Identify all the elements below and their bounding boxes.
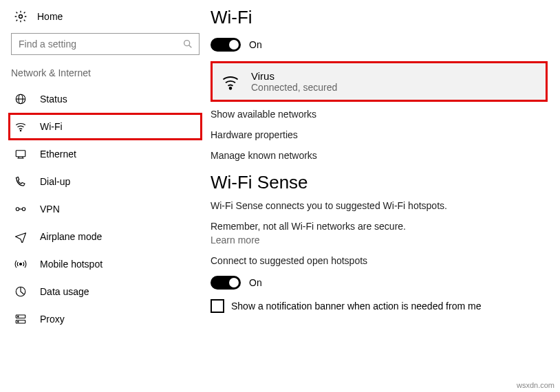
notify-checkbox-row: Show a notification banner when action i…	[211, 299, 554, 313]
sidebar-item-dialup[interactable]: Dial-up	[8, 168, 202, 195]
sidebar-item-label: Airplane mode	[40, 231, 102, 242]
sidebar-item-datausage[interactable]: Data usage	[8, 278, 202, 305]
wifi-icon	[14, 120, 28, 133]
connect-suggested-toggle-row: On	[211, 276, 554, 290]
connect-suggested-label: Connect to suggested open hotspots	[211, 255, 554, 266]
svg-point-14	[20, 263, 22, 265]
svg-point-18	[18, 316, 19, 318]
wifi-sense-warning: Remember, not all Wi-Fi networks are sec…	[211, 221, 554, 232]
sidebar-item-label: Proxy	[40, 314, 65, 325]
wifi-toggle[interactable]	[211, 38, 241, 52]
sidebar-category: Network & Internet	[8, 65, 202, 85]
wifi-toggle-row: On	[211, 38, 554, 52]
svg-point-6	[20, 130, 21, 131]
network-status: Connected, secured	[251, 82, 337, 93]
phone-icon	[14, 175, 28, 188]
svg-point-11	[16, 208, 19, 211]
sidebar-item-label: Data usage	[40, 286, 89, 297]
show-available-networks-link[interactable]: Show available networks	[211, 109, 554, 120]
wifi-signal-icon	[221, 72, 240, 91]
svg-point-12	[22, 208, 25, 211]
sidebar-item-hotspot[interactable]: Mobile hotspot	[8, 250, 202, 278]
sidebar-item-home[interactable]: Home	[8, 6, 202, 28]
search-input[interactable]	[17, 38, 182, 50]
watermark: wsxdn.com	[517, 381, 554, 389]
hotspot-icon	[14, 257, 28, 271]
globe-icon	[14, 92, 28, 106]
notify-checkbox-label: Show a notification banner when action i…	[231, 301, 481, 312]
search-icon	[182, 39, 193, 50]
wifi-sense-desc: Wi-Fi Sense connects you to suggested Wi…	[211, 200, 554, 211]
sidebar-item-label: Status	[40, 94, 67, 105]
current-network-card[interactable]: Virus Connected, secured	[211, 61, 548, 102]
sidebar-item-ethernet[interactable]: Ethernet	[8, 140, 202, 168]
svg-point-1	[184, 41, 190, 46]
home-label: Home	[37, 11, 63, 22]
sidebar-item-label: Mobile hotspot	[40, 259, 103, 270]
sidebar-item-label: Dial-up	[40, 176, 70, 187]
sidebar-item-vpn[interactable]: VPN	[8, 195, 202, 223]
wifi-sense-heading: Wi-Fi Sense	[211, 172, 554, 193]
wifi-toggle-label: On	[249, 39, 262, 50]
sidebar-item-label: Ethernet	[40, 149, 76, 160]
gear-icon	[14, 10, 28, 23]
sidebar-item-label: VPN	[40, 204, 60, 215]
ethernet-icon	[14, 147, 28, 161]
sidebar-item-airplane[interactable]: Airplane mode	[8, 223, 202, 250]
svg-point-0	[19, 15, 23, 19]
main-content: Wi-Fi On Virus Connected, secured Show a…	[211, 0, 560, 392]
page-title: Wi-Fi	[211, 7, 554, 28]
connect-suggested-toggle[interactable]	[211, 276, 241, 290]
vpn-icon	[14, 202, 28, 216]
sidebar-item-label: Wi-Fi	[40, 121, 63, 132]
sidebar-item-wifi[interactable]: Wi-Fi	[8, 113, 202, 140]
notify-checkbox[interactable]	[211, 299, 224, 313]
manage-known-networks-link[interactable]: Manage known networks	[211, 150, 554, 161]
sidebar-item-status[interactable]: Status	[8, 85, 202, 113]
search-input-wrap[interactable]	[11, 33, 200, 55]
svg-point-20	[230, 87, 232, 89]
data-usage-icon	[14, 285, 28, 298]
svg-rect-7	[16, 151, 25, 157]
proxy-icon	[14, 312, 28, 326]
hardware-properties-link[interactable]: Hardware properties	[211, 129, 554, 140]
learn-more-link[interactable]: Learn more	[211, 235, 554, 246]
sidebar-item-proxy[interactable]: Proxy	[8, 305, 202, 333]
airplane-icon	[14, 230, 28, 243]
sidebar: Home Network & Internet Status Wi-Fi	[0, 0, 211, 392]
connect-suggested-toggle-label: On	[249, 277, 262, 288]
svg-line-2	[189, 45, 192, 48]
network-name: Virus	[251, 70, 337, 82]
svg-point-19	[18, 321, 19, 323]
